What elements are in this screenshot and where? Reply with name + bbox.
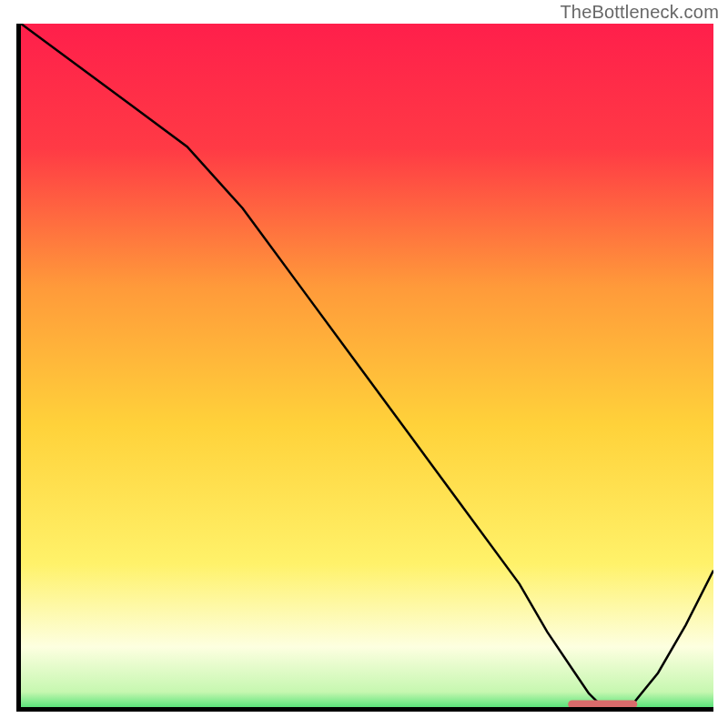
curve-layer xyxy=(21,24,713,707)
chart-container: TheBottleneck.com xyxy=(0,0,728,728)
bottleneck-curve xyxy=(21,24,713,707)
optimal-marker xyxy=(568,700,637,707)
plot-area xyxy=(16,24,713,712)
watermark-text: TheBottleneck.com xyxy=(560,2,719,23)
